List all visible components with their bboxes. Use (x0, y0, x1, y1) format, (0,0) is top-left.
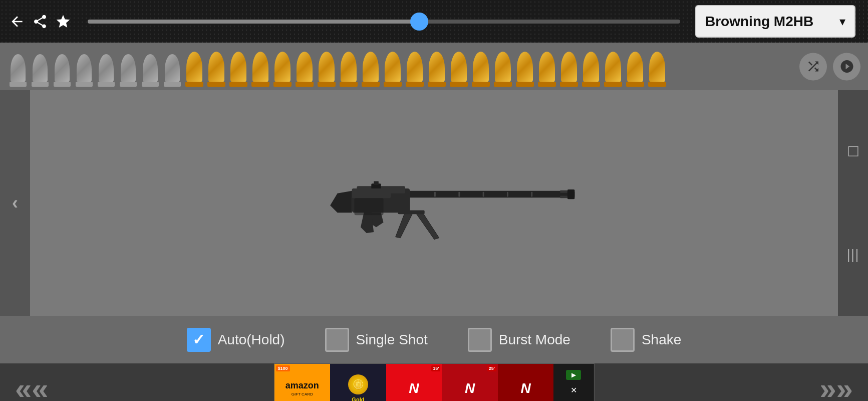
shake-checkbox[interactable] (611, 328, 635, 352)
gold-label: Gold (352, 396, 364, 401)
bottom-nav: «« $100 amazon GIFT CARD 🪙 Gold 15' N 25… (0, 363, 868, 401)
ad-netflix-3[interactable]: N (498, 364, 554, 401)
bullet-gold-10 (382, 47, 403, 87)
bullet-gold-3 (228, 47, 249, 87)
back-button[interactable] (8, 12, 27, 31)
bullet-gold-4 (250, 47, 271, 87)
bullet-gold-12 (426, 47, 447, 87)
bullets-actions (799, 53, 860, 80)
gun-display (0, 90, 868, 316)
bullet-gold-7 (316, 47, 337, 87)
progress-thumb[interactable] (410, 13, 428, 31)
favorite-button[interactable] (54, 12, 73, 31)
bullet-gold-20 (603, 47, 624, 87)
bullet-gold-16 (514, 47, 535, 87)
progress-fill (88, 20, 419, 24)
left-chevron-icon: ‹ (12, 192, 18, 214)
svg-rect-2 (567, 189, 574, 199)
ad-gold[interactable]: 🪙 Gold (330, 364, 386, 401)
play-icon: ▶ (571, 371, 576, 378)
left-chevron-button[interactable]: ‹ (0, 90, 30, 316)
auto-hold-label: Auto(Hold) (218, 332, 285, 348)
bullet-gold-17 (536, 47, 557, 87)
gun-image (289, 148, 580, 258)
gold-symbol: 🪙 (353, 379, 364, 390)
square-button[interactable]: ☐ (843, 142, 863, 162)
auto-hold-control[interactable]: Auto(Hold) (187, 328, 285, 352)
weapon-dropdown[interactable]: Browning M2HB ▾ (695, 5, 855, 38)
svg-rect-0 (395, 191, 574, 198)
single-shot-label: Single Shot (356, 332, 428, 348)
ad-banner: $100 amazon GIFT CARD 🪙 Gold 15' N 25' N… (274, 363, 595, 401)
bullet-gold-5 (272, 47, 293, 87)
bullet-gray-2 (30, 47, 51, 87)
bullet-gray-5 (96, 47, 117, 87)
bullets-row (0, 43, 868, 90)
share-button[interactable] (31, 12, 50, 31)
ad-play-button[interactable]: ▶ (566, 370, 581, 380)
bullet-gray-7 (140, 47, 161, 87)
burst-mode-checkbox[interactable] (468, 328, 492, 352)
netflix-logo-1: N (409, 380, 419, 396)
menu-lines-icon[interactable]: ||| (843, 245, 863, 265)
weapon-name: Browning M2HB (705, 14, 813, 30)
netflix-logo-2: N (465, 380, 475, 396)
svg-rect-12 (434, 192, 436, 197)
svg-rect-4 (560, 196, 567, 198)
svg-rect-11 (354, 198, 383, 215)
next-button[interactable]: »» (819, 371, 853, 402)
bullet-gold-9 (360, 47, 381, 87)
bullet-gold-6 (294, 47, 315, 87)
bullet-gold-11 (404, 47, 425, 87)
ad-amazon[interactable]: $100 amazon GIFT CARD (274, 364, 331, 401)
bullet-gold-22 (647, 47, 668, 87)
shuffle-button[interactable] (799, 53, 827, 80)
bullet-gold-19 (581, 47, 602, 87)
left-double-chevron-icon: «« (15, 371, 49, 402)
progress-bar[interactable] (88, 20, 680, 24)
bullet-gray-6 (118, 47, 139, 87)
svg-rect-3 (560, 190, 567, 193)
bullet-gold-2 (206, 47, 227, 87)
close-icon: ✕ (570, 385, 577, 395)
bullet-gold-13 (448, 47, 469, 87)
svg-rect-14 (482, 192, 484, 197)
single-shot-checkbox[interactable] (325, 328, 349, 352)
svg-rect-16 (531, 192, 532, 197)
single-shot-control[interactable]: Single Shot (325, 328, 428, 352)
nav-icons (8, 12, 73, 31)
svg-rect-9 (352, 188, 390, 198)
bullet-gray-4 (74, 47, 95, 87)
shake-label: Shake (642, 332, 681, 348)
netflix-badge-1: 15' (431, 365, 440, 371)
amazon-badge: $100 (276, 365, 290, 371)
svg-rect-15 (507, 192, 508, 197)
shake-control[interactable]: Shake (611, 328, 681, 352)
bullet-gold-15 (492, 47, 513, 87)
ad-netflix-2[interactable]: 25' N (442, 364, 498, 401)
bullet-gold-1 (184, 47, 205, 87)
bullet-gold-18 (558, 47, 580, 87)
down-button[interactable] (833, 53, 860, 80)
main-area: ‹ (0, 90, 868, 316)
amazon-gift-label: GIFT CARD (292, 392, 313, 396)
right-double-chevron-icon: »» (819, 371, 853, 402)
burst-mode-label: Burst Mode (499, 332, 570, 348)
top-bar: Browning M2HB ▾ (0, 0, 868, 43)
right-panel: ☐ ||| (838, 90, 868, 316)
bullet-gold-14 (470, 47, 491, 87)
netflix-logo-3: N (521, 380, 531, 396)
auto-hold-checkbox[interactable] (187, 328, 211, 352)
bullet-gold-21 (625, 47, 646, 87)
ad-close-button[interactable]: ✕ (567, 384, 580, 396)
ad-netflix-1[interactable]: 15' N (386, 364, 442, 401)
controls-bar: Auto(Hold) Single Shot Burst Mode Shake (0, 316, 868, 363)
burst-mode-control[interactable]: Burst Mode (468, 328, 570, 352)
prev-button[interactable]: «« (15, 371, 49, 402)
netflix-badge-2: 25' (487, 365, 496, 371)
gold-coin-icon: 🪙 (348, 374, 368, 394)
dropdown-arrow-icon: ▾ (839, 15, 845, 29)
bullet-gray-1 (8, 47, 29, 87)
ad-controls: ▶ ✕ eneba (553, 364, 594, 401)
bullet-gray-8 (162, 47, 183, 87)
